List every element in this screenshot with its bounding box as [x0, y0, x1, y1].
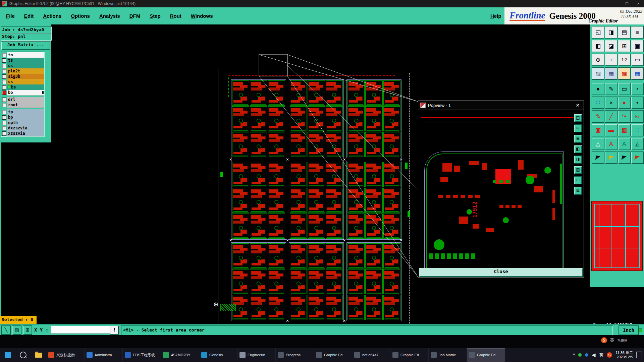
tool-button-7-2[interactable]: ╱ [605, 110, 618, 123]
tool-button-2-3[interactable]: ⊞ [618, 40, 631, 52]
tool-button-6-4[interactable]: • [631, 97, 644, 109]
status-tool-1[interactable]: ╲ [1, 325, 11, 335]
layer-checkbox[interactable] [2, 90, 6, 95]
tool-button-10-4[interactable]: ◤ [631, 152, 644, 164]
taskbar-app[interactable]: 4S7MD2BY... [161, 348, 199, 362]
layer-checkbox[interactable] [2, 115, 6, 120]
xy-input[interactable] [51, 326, 110, 334]
tool-button-6-2[interactable]: × [605, 97, 618, 109]
ime-lang-indicator[interactable]: 英 [610, 337, 614, 343]
popview-tool-2[interactable]: ⊞ [574, 124, 582, 132]
layer-row-bp[interactable]: bp [1, 115, 44, 120]
maximize-button[interactable]: □ [621, 0, 633, 7]
taskbar-app[interactable]: EDS工程系统 [123, 348, 161, 362]
popview-tool-7[interactable]: ⊡ [574, 176, 582, 184]
layer-checkbox[interactable] [2, 98, 6, 102]
job-matrix-button[interactable]: Job Matrix ... [1, 41, 50, 50]
tool-button-9-1[interactable]: △ [592, 138, 604, 150]
layer-checkbox[interactable] [2, 110, 6, 114]
layer-row-sig3b[interactable]: sig3b [1, 74, 44, 79]
popview-tool-6[interactable]: ▥ [574, 166, 582, 174]
tool-button-3-2[interactable]: + [605, 54, 618, 66]
tool-button-6-1[interactable]: ∷ [592, 97, 604, 109]
popview-tool-5[interactable]: ◨ [574, 156, 582, 164]
menu-help[interactable]: Help [490, 13, 501, 19]
tool-button-8-4[interactable]: ∷ [631, 124, 644, 136]
tool-button-1-1[interactable]: ◱ [592, 26, 604, 39]
warning-button[interactable]: ! [110, 326, 119, 335]
layer-row-bs[interactable]: bs [1, 84, 44, 90]
tool-button-2-1[interactable]: ◧ [592, 40, 604, 52]
tray-shield-icon[interactable] [578, 353, 582, 357]
layer-checkbox[interactable] [2, 64, 6, 68]
popview-close-button[interactable]: Close [419, 268, 583, 277]
menu-dfm[interactable]: DFM [129, 13, 141, 19]
layer-row-ss[interactable]: ss [1, 79, 44, 84]
tool-button-5-2[interactable]: ✎ [605, 83, 618, 95]
ime-logo-icon[interactable]: S [601, 337, 607, 343]
ime-tool-icon[interactable]: ⊞ [621, 338, 625, 343]
layer-checkbox[interactable] [2, 80, 6, 84]
tool-button-4-3[interactable]: ▩ [618, 67, 631, 80]
tool-button-6-3[interactable]: ● [618, 97, 631, 109]
tool-button-10-1[interactable]: ◤ [592, 152, 604, 164]
tool-button-4-2[interactable]: ▦ [605, 67, 618, 80]
layer-row-tp[interactable]: tp [1, 109, 44, 115]
taskbar-app[interactable]: Genesis [199, 348, 237, 362]
start-button[interactable] [0, 348, 15, 362]
file-explorer-icon[interactable] [31, 348, 46, 362]
sogou-icon[interactable]: S [607, 352, 612, 358]
tool-button-7-3[interactable]: ↷ [618, 110, 631, 123]
taskbar-app[interactable]: Graphic Ed... [390, 348, 429, 362]
ime-tool-icon[interactable]: ✎ [618, 338, 621, 343]
taskbar-app[interactable]: net of 4s7... [352, 348, 390, 362]
menu-options[interactable]: Options [71, 13, 90, 19]
menu-windows[interactable]: Windows [191, 13, 213, 19]
notification-icon[interactable] [636, 352, 642, 358]
layer-row-ts[interactable]: ts [1, 58, 44, 63]
tool-button-3-4[interactable]: ▭ [631, 54, 644, 66]
tool-button-4-4[interactable]: ▦ [631, 67, 644, 80]
tool-button-8-2[interactable]: ▬ [605, 124, 618, 136]
taskbar-app[interactable]: Job Matrix... [429, 348, 467, 362]
popview-title-bar[interactable]: Popview - 1 ✕ [418, 101, 584, 110]
menu-rout[interactable]: Rout [170, 13, 181, 19]
taskbar-app[interactable]: Progress [276, 348, 314, 362]
menu-step[interactable]: Step [150, 13, 161, 19]
tool-button-1-2[interactable]: ◨ [605, 26, 618, 39]
tool-button-3-3[interactable]: 1:2 [618, 54, 631, 66]
popview-close-icon[interactable]: ✕ [572, 103, 584, 108]
tool-button-7-4[interactable]: FJ [631, 110, 644, 123]
layer-row-cs[interactable]: cs [1, 63, 44, 68]
tool-button-10-3[interactable]: ◤ [618, 152, 631, 164]
tool-button-3-1[interactable]: ⊕ [592, 54, 604, 66]
tool-button-5-3[interactable]: ▭ [618, 83, 631, 95]
popview-canvas[interactable]: 17912 ◱⊞⊟◧◨▥⊡⊠ [419, 110, 583, 268]
tool-button-8-1[interactable]: ▣ [592, 124, 604, 136]
taskbar-app[interactable]: Graphic Ed... [467, 348, 505, 362]
layer-checkbox[interactable] [2, 103, 6, 107]
menu-file[interactable]: File [6, 13, 15, 19]
tool-button-9-3[interactable]: A [618, 138, 631, 150]
units-button[interactable]: Inch [619, 325, 639, 335]
clock[interactable]: 11:36 周二 2023/12/5 [615, 351, 633, 359]
layer-checkbox[interactable] [2, 74, 6, 79]
status-tool-3[interactable]: ⊞ [23, 325, 32, 335]
menu-analysis[interactable]: Analysis [99, 13, 120, 19]
layer-checkbox[interactable] [2, 85, 6, 89]
layer-checkbox[interactable] [2, 126, 6, 130]
close-button[interactable]: × [633, 0, 644, 7]
volume-icon[interactable]: ◀) [592, 353, 596, 357]
layer-checkbox[interactable] [2, 69, 6, 73]
tool-button-4-1[interactable]: ▨ [592, 67, 604, 80]
layer-checkbox[interactable] [2, 53, 6, 57]
popview-tool-3[interactable]: ⊟ [574, 135, 582, 143]
overview-navigator[interactable] [591, 201, 643, 271]
layer-row-drl[interactable]: drl [1, 97, 44, 102]
taskbar-app[interactable]: Graphic Ed... [314, 348, 352, 362]
tool-button-9-4[interactable]: ◭ [631, 138, 644, 150]
layer-row-dxzszvia[interactable]: dxzszvia [1, 125, 44, 131]
search-icon[interactable] [15, 348, 31, 362]
tray-chevron-icon[interactable]: ^ [573, 353, 575, 357]
tool-button-5-4[interactable]: ● [631, 83, 644, 95]
